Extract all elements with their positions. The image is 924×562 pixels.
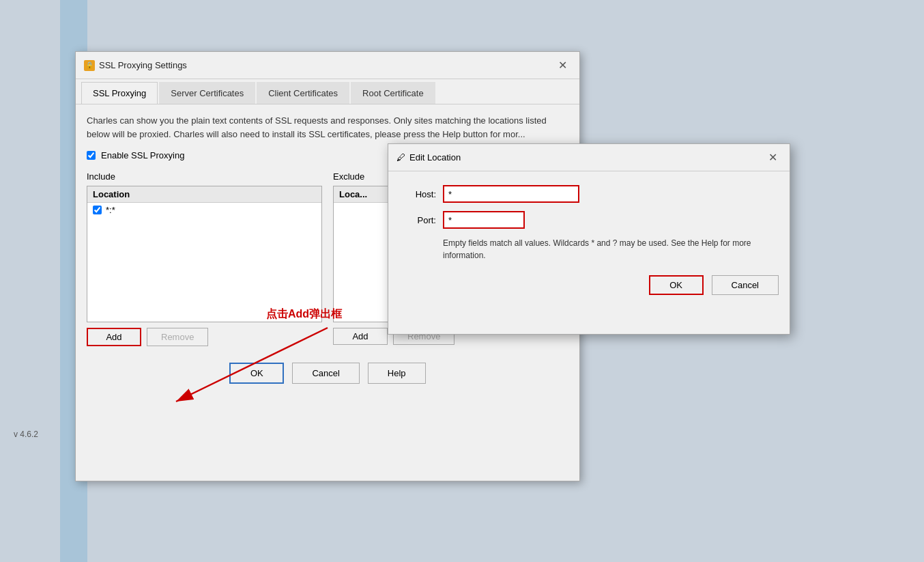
include-section: Include Location *:* Add Remove (87, 171, 322, 346)
ssl-dialog-title: 🔒 SSL Proxying Settings (84, 60, 187, 71)
edit-icon: 🖊 (396, 152, 405, 163)
include-add-button[interactable]: Add (87, 328, 141, 346)
enable-ssl-checkbox[interactable] (87, 151, 96, 160)
host-input[interactable] (443, 185, 579, 203)
port-field-row: Port: (402, 211, 776, 229)
tab-client-certificates[interactable]: Client Certificates (257, 82, 349, 104)
enable-ssl-label: Enable SSL Proxying (101, 150, 184, 160)
host-label: Host: (402, 189, 436, 199)
edit-dialog-titlebar: 🖊 Edit Location ✕ (388, 144, 790, 171)
include-table-row[interactable]: *:* (87, 203, 321, 217)
edit-location-dialog: 🖊 Edit Location ✕ Host: Port: Empty fiel… (388, 143, 790, 335)
ssl-description: Charles can show you the plain text cont… (87, 114, 568, 141)
ssl-dialog-title-text: SSL Proxying Settings (99, 60, 187, 70)
port-input[interactable] (443, 211, 525, 229)
port-label: Port: (402, 215, 436, 225)
include-entry-value: *:* (106, 205, 115, 215)
include-location-header: Location (87, 186, 321, 203)
edit-hint-text: Empty fields match all values. Wildcards… (443, 237, 776, 262)
ssl-tabs-bar: SSL Proxying Server Certificates Client … (76, 79, 579, 104)
include-table: Location *:* (87, 186, 322, 322)
edit-dialog-content: Host: Port: Empty fields match all value… (388, 171, 790, 268)
ssl-cancel-button[interactable]: Cancel (292, 363, 359, 384)
tab-server-certificates[interactable]: Server Certificates (159, 82, 255, 104)
edit-dialog-close-button[interactable]: ✕ (764, 150, 781, 165)
include-entry-checkbox[interactable] (93, 206, 102, 214)
include-btn-row: Add Remove (87, 328, 322, 346)
edit-cancel-button[interactable]: Cancel (712, 275, 779, 295)
ssl-dialog-footer: OK Cancel Help (87, 363, 568, 384)
edit-dialog-title-text: Edit Location (409, 152, 461, 163)
ssl-dialog-titlebar: 🔒 SSL Proxying Settings ✕ (76, 52, 579, 79)
ssl-help-button[interactable]: Help (368, 363, 426, 384)
tab-root-certificate[interactable]: Root Certificate (351, 82, 435, 104)
ssl-icon: 🔒 (84, 60, 95, 71)
include-label: Include (87, 171, 322, 182)
host-field-row: Host: (402, 185, 776, 203)
ssl-ok-button[interactable]: OK (229, 363, 284, 384)
exclude-add-button[interactable]: Add (333, 328, 388, 345)
tab-ssl-proxying[interactable]: SSL Proxying (81, 82, 158, 104)
edit-dialog-footer: OK Cancel (388, 268, 790, 302)
edit-ok-button[interactable]: OK (649, 275, 704, 295)
version-label: v 4.6.2 (14, 430, 38, 439)
edit-dialog-title: 🖊 Edit Location (396, 152, 461, 163)
ssl-dialog-close-button[interactable]: ✕ (554, 57, 571, 73)
include-remove-button[interactable]: Remove (147, 328, 208, 346)
